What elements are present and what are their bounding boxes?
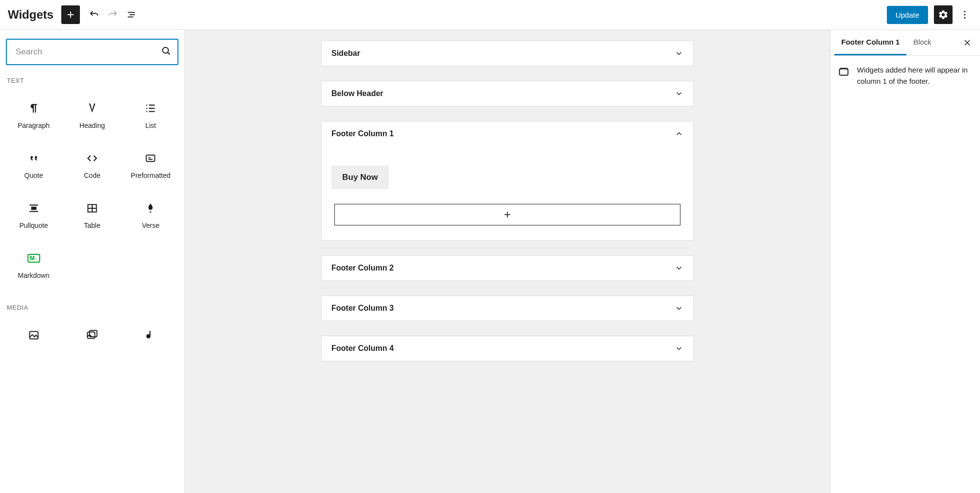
- area-title: Sidebar: [331, 49, 360, 58]
- area-title: Footer Column 4: [331, 344, 394, 353]
- widget-area-below-header: Below Header: [321, 81, 694, 106]
- svg-point-5: [964, 11, 965, 12]
- plus-icon: [503, 210, 512, 220]
- audio-icon: [144, 329, 157, 342]
- block-label: Table: [84, 222, 100, 229]
- block-list[interactable]: List: [123, 92, 178, 139]
- preformatted-icon: [144, 152, 157, 165]
- block-label: List: [145, 122, 156, 129]
- chevron-down-icon: [675, 304, 683, 313]
- list-view-button[interactable]: [122, 5, 141, 24]
- settings-panel: Footer Column 1 Block Widgets added here…: [830, 30, 980, 493]
- undo-icon: [89, 9, 100, 20]
- tab-widget-area[interactable]: Footer Column 1: [834, 30, 906, 55]
- chevron-down-icon: [675, 89, 683, 98]
- area-header[interactable]: Footer Column 4: [322, 336, 693, 361]
- pullquote-icon: [27, 202, 40, 215]
- svg-point-6: [964, 14, 965, 15]
- block-audio[interactable]: [123, 319, 178, 358]
- block-quote[interactable]: Quote: [6, 142, 61, 189]
- widget-area-footer-column-3: Footer Column 3: [321, 296, 694, 321]
- block-label: Preformatted: [131, 172, 171, 179]
- gallery-icon: [86, 329, 99, 342]
- chevron-down-icon: [675, 264, 683, 272]
- block-heading[interactable]: Heading: [64, 92, 120, 139]
- table-icon: [86, 202, 99, 215]
- area-title: Footer Column 1: [331, 129, 394, 138]
- page-title: Widgets: [8, 8, 53, 22]
- svg-rect-20: [31, 207, 36, 209]
- block-label: Quote: [25, 172, 43, 179]
- block-pullquote[interactable]: Pullquote: [6, 192, 61, 239]
- block-code[interactable]: Code: [64, 142, 120, 189]
- quote-icon: [27, 152, 40, 165]
- add-block-button[interactable]: [334, 204, 680, 225]
- redo-button[interactable]: [103, 5, 122, 24]
- widget-area-footer-column-2: Footer Column 2: [321, 255, 694, 281]
- widget-area-icon: [837, 65, 850, 77]
- canvas: Sidebar Below Header Footer Column 1 Buy: [185, 30, 830, 493]
- widget-area-sidebar: Sidebar: [321, 41, 694, 66]
- close-icon: [963, 38, 972, 47]
- block-verse[interactable]: Verse: [123, 192, 178, 239]
- widget-area-footer-column-4: Footer Column 4: [321, 336, 694, 361]
- block-label: Heading: [79, 122, 105, 129]
- area-title: Footer Column 3: [331, 304, 394, 313]
- area-title: Footer Column 2: [331, 264, 394, 272]
- block-label: Pullquote: [19, 222, 48, 229]
- area-header[interactable]: Below Header: [322, 81, 693, 106]
- block-paragraph[interactable]: Paragraph: [6, 92, 61, 139]
- block-inserter-panel: TEXT Paragraph Heading List Quote Code: [0, 30, 185, 493]
- area-header[interactable]: Footer Column 1: [322, 122, 693, 146]
- button-block[interactable]: Buy Now: [331, 166, 683, 189]
- code-icon: [86, 152, 99, 165]
- markdown-icon: M↓: [27, 252, 40, 265]
- chevron-up-icon: [675, 129, 683, 138]
- list-view-icon: [126, 9, 137, 20]
- redo-icon: [107, 9, 118, 20]
- chevron-down-icon: [675, 344, 683, 353]
- block-table[interactable]: Table: [64, 192, 120, 239]
- topbar: Widgets Update: [0, 0, 980, 30]
- block-label: Verse: [142, 222, 159, 229]
- tab-block[interactable]: Block: [906, 30, 938, 55]
- update-button[interactable]: Update: [887, 6, 928, 24]
- widget-area-description: Widgets added here will appear in column…: [857, 65, 973, 87]
- block-gallery[interactable]: [64, 319, 120, 358]
- area-header[interactable]: Footer Column 2: [322, 256, 693, 280]
- paragraph-icon: [27, 102, 40, 115]
- svg-rect-25: [29, 331, 38, 339]
- image-icon: [27, 329, 40, 342]
- block-label: Paragraph: [18, 122, 50, 129]
- more-options-button[interactable]: [955, 5, 974, 24]
- block-preformatted[interactable]: Preformatted: [123, 142, 178, 189]
- search-input[interactable]: [6, 39, 178, 65]
- block-label: Markdown: [18, 271, 50, 279]
- verse-icon: [144, 202, 157, 215]
- list-icon: [144, 102, 157, 115]
- section-media-label: MEDIA: [7, 304, 178, 311]
- undo-button[interactable]: [85, 5, 103, 24]
- svg-rect-16: [147, 155, 155, 162]
- settings-button[interactable]: [934, 5, 953, 24]
- chevron-down-icon: [675, 49, 683, 58]
- add-block-toggle-button[interactable]: [61, 5, 80, 24]
- block-image[interactable]: [6, 319, 61, 358]
- section-text-label: TEXT: [7, 77, 178, 84]
- plus-icon: [65, 9, 76, 20]
- block-markdown[interactable]: M↓ Markdown: [6, 242, 61, 289]
- close-panel-button[interactable]: [958, 34, 976, 51]
- block-label: Code: [84, 172, 100, 179]
- area-title: Below Header: [331, 89, 383, 98]
- buy-now-button[interactable]: Buy Now: [331, 166, 389, 189]
- widget-area-footer-column-1: Footer Column 1 Buy Now: [321, 121, 694, 241]
- area-header[interactable]: Sidebar: [322, 41, 693, 66]
- heading-icon: [86, 102, 99, 115]
- area-header[interactable]: Footer Column 3: [322, 296, 693, 320]
- svg-point-7: [964, 17, 965, 19]
- gear-icon: [938, 9, 949, 20]
- kebab-icon: [959, 9, 970, 20]
